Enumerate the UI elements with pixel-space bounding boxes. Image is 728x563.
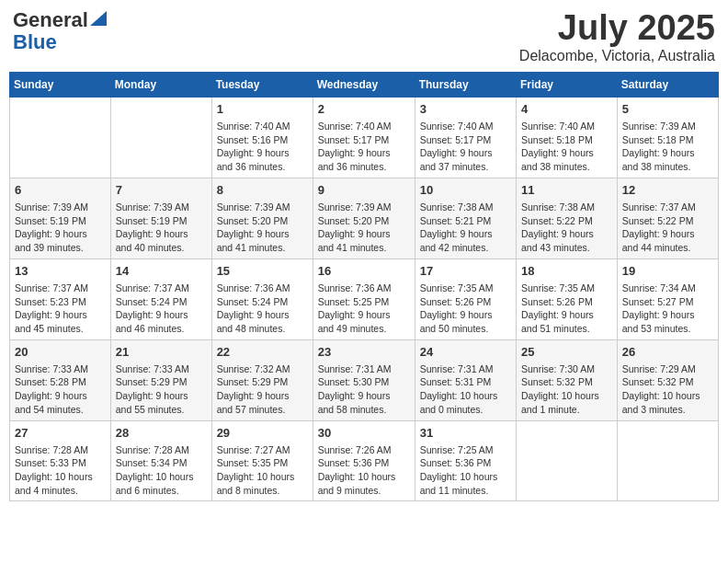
day-info: Sunrise: 7:26 AM Sunset: 5:36 PM Dayligh… [318,443,410,498]
logo: General Blue [13,9,107,53]
day-number: 13 [15,263,106,280]
day-info: Sunrise: 7:29 AM Sunset: 5:32 PM Dayligh… [622,362,713,417]
calendar-cell: 13Sunrise: 7:37 AM Sunset: 5:23 PM Dayli… [10,259,111,339]
day-number: 18 [521,263,612,280]
week-row-2: 6Sunrise: 7:39 AM Sunset: 5:19 PM Daylig… [10,178,719,259]
day-info: Sunrise: 7:25 AM Sunset: 5:36 PM Dayligh… [420,443,511,498]
calendar-cell: 9Sunrise: 7:39 AM Sunset: 5:20 PM Daylig… [313,178,415,259]
day-number: 24 [420,344,511,361]
calendar-cell: 20Sunrise: 7:33 AM Sunset: 5:28 PM Dayli… [10,339,111,420]
day-info: Sunrise: 7:37 AM Sunset: 5:24 PM Dayligh… [116,282,207,336]
day-number: 20 [15,344,106,361]
week-row-3: 13Sunrise: 7:37 AM Sunset: 5:23 PM Dayli… [10,259,719,339]
day-info: Sunrise: 7:38 AM Sunset: 5:21 PM Dayligh… [420,201,511,255]
day-info: Sunrise: 7:30 AM Sunset: 5:32 PM Dayligh… [521,362,612,417]
day-info: Sunrise: 7:36 AM Sunset: 5:25 PM Dayligh… [318,282,410,336]
day-number: 10 [420,182,511,199]
day-header-tuesday: Tuesday [211,72,313,97]
day-info: Sunrise: 7:31 AM Sunset: 5:31 PM Dayligh… [420,362,511,417]
day-header-sunday: Sunday [10,72,111,97]
calendar-cell: 18Sunrise: 7:35 AM Sunset: 5:26 PM Dayli… [517,259,618,339]
week-row-5: 27Sunrise: 7:28 AM Sunset: 5:33 PM Dayli… [10,420,719,501]
calendar-cell [10,97,111,178]
calendar-cell: 21Sunrise: 7:33 AM Sunset: 5:29 PM Dayli… [110,339,211,420]
calendar-header: SundayMondayTuesdayWednesdayThursdayFrid… [10,72,719,97]
day-info: Sunrise: 7:35 AM Sunset: 5:26 PM Dayligh… [521,282,612,336]
day-number: 17 [420,263,511,280]
calendar-cell [517,420,618,501]
day-number: 19 [622,263,713,280]
day-number: 11 [521,182,612,199]
day-info: Sunrise: 7:38 AM Sunset: 5:22 PM Dayligh… [521,201,612,255]
calendar-cell: 27Sunrise: 7:28 AM Sunset: 5:33 PM Dayli… [10,420,111,501]
calendar-cell: 16Sunrise: 7:36 AM Sunset: 5:25 PM Dayli… [313,259,415,339]
title-area: July 2025 Delacombe, Victoria, Australia [519,9,715,64]
day-number: 31 [420,425,511,442]
day-info: Sunrise: 7:35 AM Sunset: 5:26 PM Dayligh… [420,282,511,336]
day-info: Sunrise: 7:33 AM Sunset: 5:29 PM Dayligh… [116,362,207,417]
calendar-cell: 4Sunrise: 7:40 AM Sunset: 5:18 PM Daylig… [517,97,618,178]
calendar-cell: 12Sunrise: 7:37 AM Sunset: 5:22 PM Dayli… [617,178,718,259]
day-info: Sunrise: 7:39 AM Sunset: 5:19 PM Dayligh… [116,201,207,255]
header: General Blue July 2025 Delacombe, Victor… [9,9,719,64]
day-info: Sunrise: 7:31 AM Sunset: 5:30 PM Dayligh… [318,362,410,417]
day-info: Sunrise: 7:32 AM Sunset: 5:29 PM Dayligh… [217,362,308,417]
day-number: 8 [217,182,308,199]
day-number: 30 [318,425,410,442]
calendar-cell: 11Sunrise: 7:38 AM Sunset: 5:22 PM Dayli… [517,178,618,259]
day-number: 23 [318,344,410,361]
day-number: 2 [318,101,410,118]
day-number: 29 [217,425,308,442]
day-number: 1 [217,101,308,118]
location-title: Delacombe, Victoria, Australia [519,48,715,64]
calendar-cell: 10Sunrise: 7:38 AM Sunset: 5:21 PM Dayli… [415,178,516,259]
day-number: 21 [116,344,207,361]
day-number: 26 [622,344,713,361]
day-number: 6 [15,182,106,199]
day-info: Sunrise: 7:39 AM Sunset: 5:19 PM Dayligh… [15,201,106,255]
calendar-cell: 3Sunrise: 7:40 AM Sunset: 5:17 PM Daylig… [415,97,516,178]
day-number: 15 [217,263,308,280]
day-info: Sunrise: 7:34 AM Sunset: 5:27 PM Dayligh… [622,282,713,336]
day-info: Sunrise: 7:36 AM Sunset: 5:24 PM Dayligh… [217,282,308,336]
day-info: Sunrise: 7:37 AM Sunset: 5:22 PM Dayligh… [622,201,713,255]
day-header-saturday: Saturday [617,72,718,97]
calendar-cell: 7Sunrise: 7:39 AM Sunset: 5:19 PM Daylig… [110,178,211,259]
day-number: 28 [116,425,207,442]
calendar-cell: 8Sunrise: 7:39 AM Sunset: 5:20 PM Daylig… [211,178,313,259]
calendar-cell: 25Sunrise: 7:30 AM Sunset: 5:32 PM Dayli… [517,339,618,420]
logo-blue: Blue [13,31,57,53]
day-number: 22 [217,344,308,361]
day-info: Sunrise: 7:40 AM Sunset: 5:16 PM Dayligh… [217,120,308,174]
day-info: Sunrise: 7:39 AM Sunset: 5:18 PM Dayligh… [622,120,713,174]
month-title: July 2025 [519,9,715,48]
calendar-cell: 17Sunrise: 7:35 AM Sunset: 5:26 PM Dayli… [415,259,516,339]
day-header-monday: Monday [110,72,211,97]
calendar: SundayMondayTuesdayWednesdayThursdayFrid… [9,72,719,502]
day-number: 25 [521,344,612,361]
day-number: 9 [318,182,410,199]
calendar-cell: 5Sunrise: 7:39 AM Sunset: 5:18 PM Daylig… [617,97,718,178]
calendar-cell: 26Sunrise: 7:29 AM Sunset: 5:32 PM Dayli… [617,339,718,420]
day-info: Sunrise: 7:33 AM Sunset: 5:28 PM Dayligh… [15,362,106,417]
day-info: Sunrise: 7:37 AM Sunset: 5:23 PM Dayligh… [15,282,106,336]
week-row-4: 20Sunrise: 7:33 AM Sunset: 5:28 PM Dayli… [10,339,719,420]
calendar-cell: 23Sunrise: 7:31 AM Sunset: 5:30 PM Dayli… [313,339,415,420]
day-number: 4 [521,101,612,118]
calendar-cell [617,420,718,501]
day-info: Sunrise: 7:40 AM Sunset: 5:17 PM Dayligh… [318,120,410,174]
day-info: Sunrise: 7:39 AM Sunset: 5:20 PM Dayligh… [318,201,410,255]
calendar-cell: 29Sunrise: 7:27 AM Sunset: 5:35 PM Dayli… [211,420,313,501]
day-number: 12 [622,182,713,199]
calendar-cell: 31Sunrise: 7:25 AM Sunset: 5:36 PM Dayli… [415,420,516,501]
logo-icon [90,11,107,26]
day-header-thursday: Thursday [415,72,516,97]
day-number: 14 [116,263,207,280]
calendar-cell: 15Sunrise: 7:36 AM Sunset: 5:24 PM Dayli… [211,259,313,339]
calendar-cell: 14Sunrise: 7:37 AM Sunset: 5:24 PM Dayli… [110,259,211,339]
day-header-friday: Friday [517,72,618,97]
day-number: 7 [116,182,207,199]
calendar-cell: 2Sunrise: 7:40 AM Sunset: 5:17 PM Daylig… [313,97,415,178]
svg-marker-0 [90,11,107,26]
calendar-body: 1Sunrise: 7:40 AM Sunset: 5:16 PM Daylig… [10,97,719,501]
